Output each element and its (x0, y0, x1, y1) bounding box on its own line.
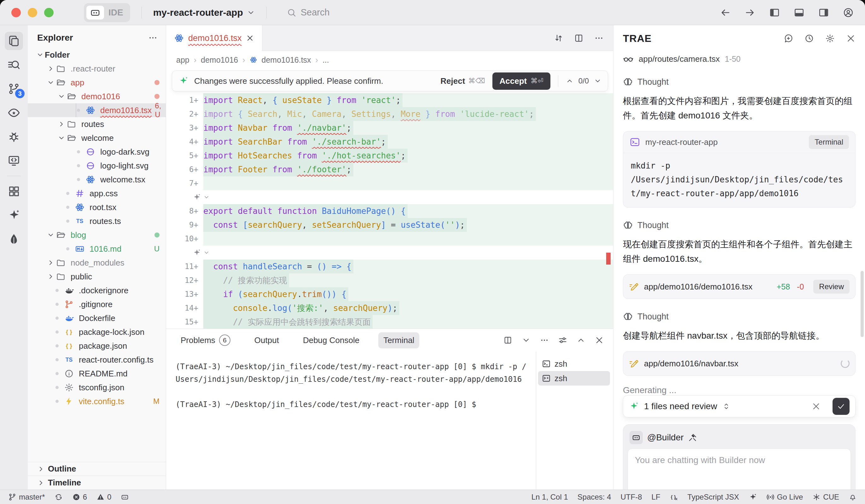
breadcrumb-app[interactable]: app (176, 56, 189, 65)
tree-item-routes.ts[interactable]: TSroutes.ts (28, 214, 166, 228)
tree-item-Dockerfile[interactable]: Dockerfile (28, 311, 166, 325)
trae-ai[interactable] (749, 493, 757, 501)
tree-item-package-lock.json[interactable]: { }package-lock.json (28, 325, 166, 339)
tree-item-blog[interactable]: blog (28, 228, 166, 242)
dismiss-review-icon[interactable] (812, 402, 821, 411)
activity-item-database[interactable] (4, 227, 23, 251)
activity-item-source-control[interactable]: 3 (4, 77, 23, 101)
eol[interactable]: LF (651, 493, 660, 502)
problems-warnings[interactable]: 0 (96, 493, 111, 502)
panel-maximize-button[interactable] (577, 336, 585, 344)
tree-item-package.json[interactable]: { }package.json (28, 339, 166, 353)
code-line-1[interactable]: 1+import React, { useState } from 'react… (166, 93, 613, 107)
tree-item-logo-light.svg[interactable]: logo-light.svg (28, 159, 166, 173)
inline-ai-widget[interactable] (166, 190, 613, 204)
panel-more-button[interactable] (540, 336, 549, 344)
tree-item-routes[interactable]: routes (28, 117, 166, 131)
tree-item-README.md[interactable]: README.md (28, 367, 166, 380)
panel-tab-terminal[interactable]: Terminal (378, 332, 419, 348)
activity-item-extensions[interactable] (4, 179, 23, 203)
panel-tab-output[interactable]: Output (249, 332, 284, 348)
terminal-output[interactable]: (TraeAI-3) ~/Desktop/jin_files/code/test… (166, 352, 536, 490)
terminal-profiles-button[interactable] (522, 336, 531, 344)
code-line-3[interactable]: 3+import Navbar from './navbar'; (166, 121, 613, 135)
activity-item-debug[interactable] (4, 125, 23, 149)
toggle-right-panel-button[interactable] (818, 7, 829, 18)
breadcrumb-file[interactable]: demo1016.tsx (262, 56, 311, 65)
problems-errors[interactable]: 6 (72, 493, 87, 502)
cursor-position[interactable]: Ln 1, Col 1 (531, 493, 568, 502)
panel-tab-debug-console[interactable]: Debug Console (298, 332, 365, 348)
chat-settings-button[interactable] (825, 34, 835, 43)
activity-item-preview[interactable] (4, 101, 23, 125)
terminal-badge[interactable]: Terminal (809, 135, 849, 149)
terminal-session-zsh[interactable]: zsh (538, 371, 610, 386)
breadcrumb-symbol[interactable]: ... (322, 56, 329, 65)
panel-settings-button[interactable] (558, 336, 567, 344)
toggle-left-panel-button[interactable] (769, 7, 780, 18)
tree-item-Folder[interactable]: Folder (28, 48, 166, 62)
code-line-6[interactable]: 6+import Footer from './footer'; (166, 163, 613, 176)
indentation[interactable]: Spaces: 4 (577, 493, 611, 502)
history-back-button[interactable] (720, 7, 731, 18)
new-chat-button[interactable] (784, 34, 793, 43)
panel-tab-problems[interactable]: Problems6 (176, 331, 235, 349)
close-chat-panel-button[interactable] (846, 34, 855, 43)
git-branch[interactable]: master* (8, 493, 45, 502)
tree-item-public[interactable]: public (28, 270, 166, 283)
accept-all-button[interactable] (832, 398, 850, 415)
tree-item-welcome[interactable]: welcome (28, 131, 166, 145)
prev-change-icon[interactable] (566, 77, 574, 85)
file-change-card[interactable]: app/demo1016/demo1016.tsx +58 -0 Review (623, 274, 855, 299)
account-button[interactable] (843, 7, 854, 18)
code-line-14[interactable]: 14+ console.log('搜索:', searchQuery); (166, 301, 613, 315)
activity-item-search[interactable] (4, 53, 23, 77)
open-changes-button[interactable] (554, 33, 563, 43)
activity-item-explorer[interactable] (4, 29, 23, 53)
code-line-13[interactable]: 13+ if (searchQuery.trim()) { (166, 287, 613, 301)
cue[interactable]: CUE (812, 493, 839, 502)
language-errors[interactable]: { } (670, 493, 678, 501)
next-change-icon[interactable] (594, 77, 601, 85)
reject-button[interactable]: Reject ⌘⌫ (440, 76, 485, 86)
tree-item-logo-dark.svg[interactable]: logo-dark.svg (28, 145, 166, 159)
tree-item-demo1016[interactable]: demo1016 (28, 90, 166, 103)
code-line-2[interactable]: 2+import { Search, Mic, Camera, Settings… (166, 107, 613, 121)
tree-item-welcome.tsx[interactable]: welcome.tsx (28, 173, 166, 187)
close-tab-icon[interactable] (246, 34, 254, 42)
code-line-11[interactable]: 11+ const handleSearch = () => { (166, 260, 613, 273)
code-line-12[interactable]: 12+ // 搜索功能实现 (166, 273, 613, 287)
accept-button[interactable]: Accept ⌘⏎ (492, 72, 550, 90)
explorer-more-icon[interactable] (148, 33, 158, 43)
inline-ai-widget[interactable] (166, 246, 613, 260)
activity-item-ai-tools[interactable] (4, 203, 23, 227)
zoom-window-button[interactable] (44, 8, 54, 17)
tab-demo1016[interactable]: demo1016.tsx (166, 25, 262, 51)
review-button[interactable]: Review (813, 280, 850, 294)
encoding[interactable]: UTF-8 (621, 493, 642, 502)
context-reference[interactable]: app/routes/camera.tsx 1-50 (623, 54, 855, 64)
git-sync[interactable] (55, 493, 63, 501)
chat-history-button[interactable] (805, 34, 814, 43)
code-line-5[interactable]: 5+import HotSearches from './hot-searche… (166, 149, 613, 163)
code-lines[interactable]: 1+import React, { useState } from 'react… (166, 93, 613, 329)
expand-review-icon[interactable] (722, 402, 730, 410)
go-live[interactable]: Go Live (766, 493, 803, 502)
project-switcher[interactable]: my-react-router-app (153, 7, 255, 18)
code-line-7[interactable]: 7+ (166, 176, 613, 190)
code-line-15[interactable]: 15+ // 实际应用中会跳转到搜索结果页面 (166, 315, 613, 329)
tree-item-tsconfig.json[interactable]: tsconfig.json (28, 380, 166, 394)
chat-input[interactable]: You are chatting with Builder now @ # Au… (627, 448, 851, 490)
notifications[interactable] (849, 493, 857, 501)
toggle-bottom-panel-button[interactable] (794, 7, 805, 18)
builder-mention[interactable]: @Builder (647, 433, 684, 443)
tree-item-.dockerignore[interactable]: .dockerignore (28, 283, 166, 297)
language-mode[interactable]: TypeScript JSX (688, 493, 739, 502)
tree-item-.react-router[interactable]: .react-router (28, 62, 166, 75)
tree-item-.gitignore[interactable]: .gitignore (28, 297, 166, 311)
tree-item-1016.md[interactable]: 1016.mdU (28, 242, 166, 256)
tree-item-react-router.config.ts[interactable]: TSreact-router.config.ts (28, 353, 166, 367)
terminal-session-zsh[interactable]: zsh (538, 356, 610, 371)
tree-item-node_modules[interactable]: node_modules (28, 256, 166, 270)
history-forward-button[interactable] (745, 7, 755, 18)
